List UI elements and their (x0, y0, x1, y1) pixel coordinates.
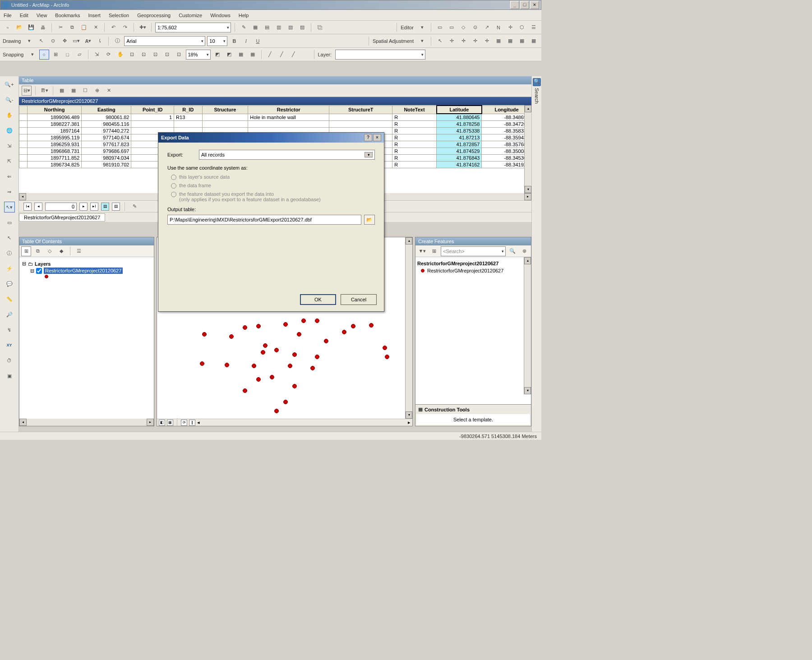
radio-source-data[interactable]: this layer's source data (171, 174, 375, 180)
map-point[interactable] (297, 332, 301, 337)
map-point[interactable] (225, 363, 229, 367)
find-route-icon[interactable]: ↯ (4, 324, 15, 335)
tool-g-icon[interactable]: ✛ (505, 23, 515, 32)
font-dropdown[interactable]: Arial (124, 36, 205, 46)
misc1-icon[interactable]: ◩ (212, 50, 222, 60)
snap-point-icon[interactable]: ○ (39, 50, 49, 60)
show-all-icon[interactable]: ▤ (101, 203, 109, 211)
sa-tool4-icon[interactable]: ✛ (482, 36, 492, 46)
map-point[interactable] (270, 375, 274, 379)
nav-last-icon[interactable]: ▸I (90, 203, 98, 211)
map-point[interactable] (324, 339, 328, 343)
print-icon[interactable]: 🖶 (38, 23, 48, 32)
snap-vertex-icon[interactable]: □ (63, 50, 73, 60)
map-point[interactable] (243, 325, 247, 330)
measure-icon[interactable]: 📏 (4, 294, 15, 305)
map-point[interactable] (315, 355, 319, 359)
select-arrow-icon[interactable]: ↖ (36, 36, 46, 46)
catalog-icon[interactable]: ▤ (262, 23, 272, 32)
snap-edge-icon[interactable]: ▱ (74, 50, 84, 60)
menu-geoprocessing[interactable]: Geoprocessing (137, 13, 171, 18)
menu-customize[interactable]: Customize (179, 13, 202, 18)
dialog-close-button[interactable]: × (373, 134, 381, 141)
add-data-icon[interactable]: ✚▾ (138, 23, 148, 32)
spatial-adj-dropdown-icon[interactable]: ▾ (417, 36, 427, 46)
tree-layer[interactable]: ⊟ RestrictorforGMreproject20120627 (30, 268, 151, 274)
map-point[interactable] (274, 409, 279, 413)
text-tool-icon[interactable]: A▾ (83, 36, 93, 46)
sa-tool5-icon[interactable]: ▦ (494, 36, 503, 46)
map-vscroll[interactable]: ▴▾ (405, 237, 412, 419)
col-structuret[interactable]: StructureT (329, 106, 392, 114)
data-view-icon[interactable]: ◧ (159, 420, 165, 426)
tree-root[interactable]: ⊟🗀 Layers (22, 261, 151, 267)
map-point[interactable] (310, 366, 315, 370)
italic-icon[interactable]: I (241, 36, 251, 46)
record-position-input[interactable] (45, 203, 77, 211)
rotate-icon[interactable]: ⊙ (48, 36, 58, 46)
cf-clear-icon[interactable]: ⊗ (519, 246, 529, 256)
map-point[interactable] (263, 343, 268, 348)
map-point[interactable] (229, 334, 234, 339)
search-tab-panel[interactable]: 🔍 Search (531, 76, 541, 432)
cf-vscroll[interactable]: ▴▾ (524, 257, 531, 394)
zoom-in-icon[interactable]: 🔍+ (4, 79, 15, 90)
open-icon[interactable]: 📂 (14, 23, 24, 32)
map-point[interactable] (243, 388, 247, 393)
show-selected-icon[interactable]: ▤ (112, 203, 120, 211)
map-point[interactable] (315, 318, 319, 323)
sa-tool6-icon[interactable]: ▦ (505, 36, 515, 46)
toc-list-by-drawing-icon[interactable]: ⊞ (21, 246, 31, 256)
misc3-icon[interactable]: ▦ (236, 50, 246, 60)
scale-dropdown[interactable]: 1:75,602 (155, 23, 231, 32)
table-vscroll[interactable]: ▴▾ (524, 105, 531, 193)
map-point[interactable] (256, 324, 261, 328)
edit-vertices-icon[interactable]: ⤹ (95, 36, 105, 46)
map-point[interactable] (292, 352, 297, 357)
sa-tool3-icon[interactable]: ✛ (470, 36, 480, 46)
misc4-icon[interactable]: ▦ (248, 50, 258, 60)
ok-button[interactable]: OK (300, 294, 336, 305)
tool-h-icon[interactable]: ⬡ (517, 23, 527, 32)
redo-icon[interactable]: ↷ (120, 23, 130, 32)
clear-selection-icon[interactable]: ▭ (4, 217, 15, 228)
zoom-selected-icon[interactable]: ⊕ (92, 86, 102, 96)
layout-view-icon[interactable]: ▦ (167, 420, 173, 426)
nav-prev-icon[interactable]: ◂ (34, 203, 42, 211)
georef6-icon[interactable]: ⊡ (151, 50, 161, 60)
col-pointid[interactable]: Point_ID (131, 106, 174, 114)
map-point[interactable] (274, 348, 279, 352)
snap-dropdown-icon[interactable]: ▾ (28, 50, 37, 60)
cf-template-item[interactable]: RestrictorforGMreproject20120627 (421, 268, 529, 273)
tool-c-icon[interactable]: ◇ (458, 23, 468, 32)
cancel-button[interactable]: Cancel (341, 294, 377, 305)
switch-selection-icon[interactable]: ▦ (69, 86, 78, 96)
cf-arrange-icon[interactable]: ⊞ (429, 246, 439, 256)
close-button[interactable]: × (530, 1, 539, 9)
pan-icon[interactable]: ✋ (4, 110, 15, 120)
clear-sel-icon[interactable]: ☐ (80, 86, 90, 96)
cf-search-icon[interactable]: 🔍 (508, 246, 517, 256)
georef8-icon[interactable]: ⊡ (174, 50, 184, 60)
snap-end-icon[interactable]: ⊞ (51, 50, 61, 60)
col-northing[interactable]: Northing (28, 106, 82, 114)
minimize-button[interactable]: _ (510, 1, 519, 9)
dialog-help-button[interactable]: ? (364, 134, 372, 141)
sa-tool8-icon[interactable]: ▦ (529, 36, 539, 46)
delete-icon[interactable]: ✕ (91, 23, 101, 32)
related-tables-icon[interactable]: 🖹▾ (39, 86, 49, 96)
find-icon[interactable]: 🔎 (4, 309, 15, 320)
map-point[interactable] (383, 346, 387, 350)
col-structure[interactable]: Structure (202, 106, 248, 114)
col-notetext[interactable]: NoteText (392, 106, 437, 114)
maximize-button[interactable]: □ (520, 1, 529, 9)
tool-d-icon[interactable]: ⊙ (470, 23, 480, 32)
menu-edit[interactable]: Edit (20, 13, 28, 18)
editor-toolbar-icon[interactable]: ✎ (239, 23, 249, 32)
prev-extent-icon[interactable]: ⇐ (4, 171, 15, 182)
map-point[interactable] (288, 364, 292, 368)
tool-b-icon[interactable]: ▭ (447, 23, 457, 32)
map-point[interactable] (351, 324, 355, 328)
sa-tool7-icon[interactable]: ▦ (517, 36, 527, 46)
misc2-icon[interactable]: ◩ (224, 50, 234, 60)
